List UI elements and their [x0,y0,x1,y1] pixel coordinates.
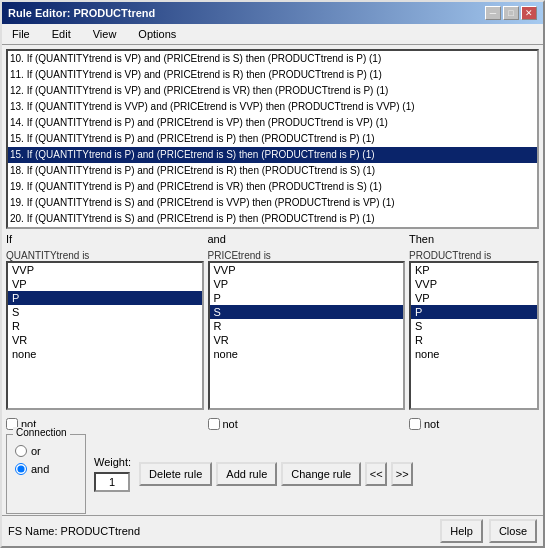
help-button[interactable]: Help [440,519,483,543]
if-listbox-item[interactable]: R [8,319,202,333]
conditions-area: QUANTITYtrend is VVPVPPSRVRnone PRICEtre… [6,250,539,410]
menu-options[interactable]: Options [132,26,182,42]
connection-group: Connection or and [6,434,86,514]
rule-item[interactable]: 15. If (QUANTITYtrend is P) and (PRICEtr… [8,131,537,147]
connection-group-label: Connection [13,427,70,438]
and-listbox-item[interactable]: VVP [210,263,404,277]
minimize-button[interactable]: ─ [485,6,501,20]
delete-rule-button[interactable]: Delete rule [139,462,212,486]
and-listbox-item[interactable]: S [210,305,404,319]
menu-view[interactable]: View [87,26,123,42]
if-listbox-item[interactable]: none [8,347,202,361]
weight-label: Weight: [94,456,131,468]
rule-item[interactable]: 21. If (QUANTITYtrend is S) and (PRICEtr… [8,227,537,229]
weight-area: Weight: [94,434,131,514]
if-listbox-item[interactable]: VP [8,277,202,291]
if-listbox-item[interactable]: VVP [8,263,202,277]
add-rule-button[interactable]: Add rule [216,462,277,486]
and-listbox[interactable]: VVPVPPSRVRnone [208,261,406,410]
or-radio[interactable] [15,445,27,457]
if-listbox-item[interactable]: P [8,291,202,305]
rules-list[interactable]: 10. If (QUANTITYtrend is VP) and (PRICEt… [6,49,539,229]
and-listbox-item[interactable]: P [210,291,404,305]
nav-next-button[interactable]: >> [391,462,413,486]
if-sublabel: QUANTITYtrend is [6,250,204,261]
change-rule-button[interactable]: Change rule [281,462,361,486]
rule-item[interactable]: 12. If (QUANTITYtrend is VP) and (PRICEt… [8,83,537,99]
then-not-label: not [424,418,439,430]
rule-item[interactable]: 11. If (QUANTITYtrend is VP) and (PRICEt… [8,67,537,83]
and-not-label: not [223,418,238,430]
window-title: Rule Editor: PRODUCTtrend [8,7,155,19]
rule-item[interactable]: 14. If (QUANTITYtrend is P) and (PRICEtr… [8,115,537,131]
and-header: and [208,233,406,245]
then-listbox-item[interactable]: VVP [411,277,537,291]
and-radio-row: and [15,463,77,475]
close-window-button[interactable]: ✕ [521,6,537,20]
close-button[interactable]: Close [489,519,537,543]
rule-item[interactable]: 15. If (QUANTITYtrend is P) and (PRICEtr… [8,147,537,163]
condition-headers: If and Then [6,233,539,245]
then-listbox-item[interactable]: KP [411,263,537,277]
then-header: Then [409,233,539,245]
then-listbox-item[interactable]: P [411,305,537,319]
if-listbox[interactable]: VVPVPPSRVRnone [6,261,204,410]
bottom-area: Connection or and Weight: Delete rule Ad… [6,434,539,514]
rule-item[interactable]: 19. If (QUANTITYtrend is P) and (PRICEtr… [8,179,537,195]
if-panel: QUANTITYtrend is VVPVPPSRVRnone [6,250,204,410]
then-not-checkbox[interactable] [409,418,421,430]
and-not-checkbox[interactable] [208,418,220,430]
weight-input[interactable] [94,472,130,492]
then-panel: PRODUCTtrend is KPVVPVPPSRnone [409,250,539,410]
rule-item[interactable]: 13. If (QUANTITYtrend is VVP) and (PRICE… [8,99,537,115]
and-listbox-item[interactable]: none [210,347,404,361]
then-not-row: not [409,418,539,430]
then-listbox-item[interactable]: none [411,347,537,361]
then-listbox[interactable]: KPVVPVPPSRnone [409,261,539,410]
menu-edit[interactable]: Edit [46,26,77,42]
rule-item[interactable]: 19. If (QUANTITYtrend is S) and (PRICEtr… [8,195,537,211]
menu-file[interactable]: File [6,26,36,42]
maximize-button[interactable]: □ [503,6,519,20]
rule-item[interactable]: 18. If (QUANTITYtrend is P) and (PRICEtr… [8,163,537,179]
if-listbox-item[interactable]: S [8,305,202,319]
and-radio[interactable] [15,463,27,475]
footer-buttons: Help Close [440,519,537,543]
then-listbox-item[interactable]: VP [411,291,537,305]
and-conn-label: and [31,463,49,475]
and-not-row: not [208,418,406,430]
if-listbox-item[interactable]: VR [8,333,202,347]
and-listbox-item[interactable]: R [210,319,404,333]
rule-item[interactable]: 20. If (QUANTITYtrend is S) and (PRICEtr… [8,211,537,227]
menu-bar: File Edit View Options [2,24,543,45]
not-checkboxes-row: not not not [6,418,539,430]
title-bar-buttons: ─ □ ✕ [485,6,537,20]
title-bar: Rule Editor: PRODUCTtrend ─ □ ✕ [2,2,543,24]
and-listbox-item[interactable]: VP [210,277,404,291]
content-area: 10. If (QUANTITYtrend is VP) and (PRICEt… [2,45,543,515]
rule-item[interactable]: 10. If (QUANTITYtrend is VP) and (PRICEt… [8,51,537,67]
or-label: or [31,445,41,457]
then-listbox-item[interactable]: R [411,333,537,347]
and-listbox-item[interactable]: VR [210,333,404,347]
or-radio-row: or [15,445,77,457]
action-buttons: Delete rule Add rule Change rule << >> [139,434,539,514]
then-sublabel: PRODUCTtrend is [409,250,539,261]
main-window: Rule Editor: PRODUCTtrend ─ □ ✕ File Edi… [0,0,545,548]
status-bar: FS Name: PRODUCTtrend Help Close [2,515,543,546]
and-panel: PRICEtrend is VVPVPPSRVRnone [208,250,406,410]
nav-prev-button[interactable]: << [365,462,387,486]
then-listbox-item[interactable]: S [411,319,537,333]
and-sublabel: PRICEtrend is [208,250,406,261]
if-header: If [6,233,204,245]
fs-name-label: FS Name: PRODUCTtrend [8,525,140,537]
